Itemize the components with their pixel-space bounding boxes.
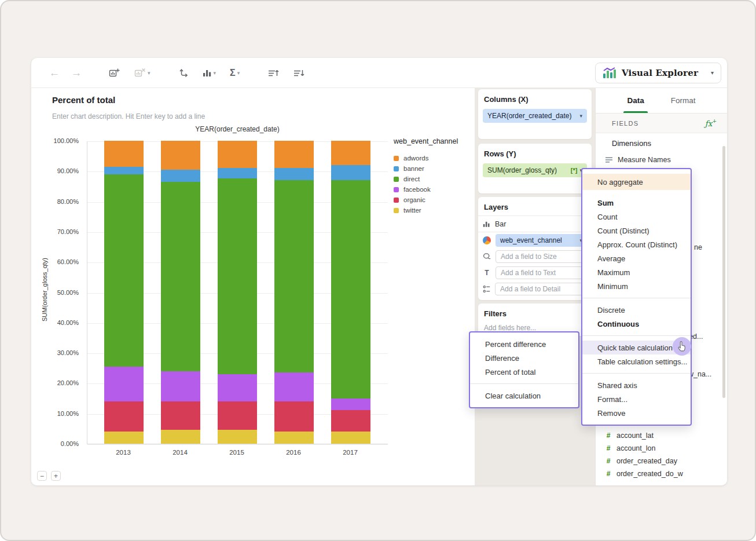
size-encoding-row: Add a field to Size — [478, 248, 592, 265]
menu-divider — [582, 373, 691, 374]
field-measure-names[interactable]: Measure Names — [605, 153, 671, 167]
chevron-down-icon: ▾ — [711, 70, 714, 76]
bar-segment-twitter[interactable] — [218, 430, 257, 444]
chart-type-button[interactable]: ▾ — [200, 66, 219, 79]
layer-type-row[interactable]: Bar — [478, 216, 592, 232]
bar-segment-facebook[interactable] — [331, 399, 370, 411]
bar-segment-facebook[interactable] — [104, 367, 144, 401]
menu-item-maximum[interactable]: Maximum — [582, 265, 691, 279]
bar-segment-banner[interactable] — [161, 170, 200, 182]
bar-segment-twitter[interactable] — [161, 430, 200, 444]
chart-description-placeholder[interactable]: Enter chart description. Hit Enter key t… — [52, 112, 205, 120]
bar-segment-organic[interactable] — [104, 401, 144, 432]
bar-segment-adwords[interactable] — [218, 141, 257, 168]
visual-explorer-menu-button[interactable]: Visual Explorer ▾ — [595, 63, 721, 83]
bar-segment-twitter[interactable] — [104, 432, 144, 444]
bar-segment-organic[interactable] — [161, 401, 200, 430]
bar-segment-adwords[interactable] — [161, 141, 200, 170]
bar-segment-organic[interactable] — [218, 401, 257, 430]
back-button[interactable]: ← — [47, 67, 61, 79]
remove-visualization-button[interactable]: ▾ — [132, 65, 153, 80]
y-axis-tick-label: 30.00% — [32, 349, 79, 356]
legend-item[interactable]: organic — [394, 195, 480, 205]
bar-segment-direct[interactable] — [274, 180, 314, 372]
fields-scrollbar[interactable] — [722, 146, 725, 398]
legend-label: organic — [403, 196, 425, 203]
legend-item[interactable]: adwords — [394, 153, 480, 163]
tab-data[interactable]: Data — [627, 88, 644, 113]
tab-format[interactable]: Format — [671, 88, 696, 113]
bar-segment-direct[interactable] — [161, 182, 200, 371]
menu-item-remove[interactable]: Remove — [582, 406, 691, 420]
forward-button[interactable]: → — [69, 67, 83, 79]
legend-item[interactable]: direct — [394, 174, 480, 184]
menu-item-percent-difference[interactable]: Percent difference — [470, 337, 578, 351]
menu-item-no-aggregate[interactable]: No aggregate — [582, 174, 691, 190]
bar-segment-organic[interactable] — [331, 410, 370, 432]
sort-descending-button[interactable] — [291, 66, 307, 80]
bar-segment-facebook[interactable] — [161, 371, 200, 401]
field-item-partially-hidden[interactable]: ne — [694, 243, 702, 251]
chevron-down-icon[interactable]: ▾ — [579, 113, 582, 119]
bar-segment-banner[interactable] — [274, 168, 314, 180]
bar-segment-organic[interactable] — [274, 401, 314, 432]
y-axis-tick-label: 80.00% — [32, 198, 79, 205]
menu-item-clear-calculation[interactable]: Clear calculation — [470, 389, 578, 403]
field-item-clipped[interactable]: # — [605, 482, 612, 485]
chart-title[interactable]: Percent of total — [52, 95, 115, 105]
menu-item-continuous[interactable]: Continuous — [582, 317, 691, 331]
menu-item-count[interactable]: Count — [582, 210, 691, 224]
field-item[interactable]: #account_lat — [605, 429, 721, 442]
bar-segment-direct[interactable] — [218, 178, 257, 374]
bar-segment-banner[interactable] — [331, 165, 370, 180]
legend-item[interactable]: banner — [394, 163, 480, 174]
aggregate-button[interactable]: Σ ▾ — [227, 66, 242, 80]
zoom-out-button[interactable]: − — [37, 471, 47, 481]
field-item[interactable]: #order_created_do_w — [605, 467, 721, 480]
duplicate-visualization-button[interactable] — [107, 65, 123, 80]
bar-segment-direct[interactable] — [104, 174, 144, 367]
color-pill[interactable]: web_event_channel ▾ — [496, 234, 587, 247]
field-item[interactable]: #order_created_day — [605, 455, 721, 467]
bar-segment-adwords[interactable] — [104, 141, 144, 166]
sigma-icon: Σ — [230, 68, 236, 78]
menu-item-discrete[interactable]: Discrete — [582, 303, 691, 317]
legend-swatch — [394, 177, 399, 182]
color-encoding-icon[interactable] — [483, 236, 491, 244]
menu-item-format[interactable]: Format... — [582, 392, 691, 406]
menu-item-difference[interactable]: Difference — [470, 351, 578, 365]
bar-segment-banner[interactable] — [218, 168, 257, 178]
text-field-dropzone[interactable]: Add a field to Text — [496, 266, 587, 279]
sort-ascending-button[interactable] — [265, 66, 281, 80]
mouse-cursor — [671, 336, 692, 357]
stacked-bar — [218, 141, 257, 444]
bar-segment-banner[interactable] — [104, 167, 144, 174]
bar-segment-direct[interactable] — [331, 180, 370, 399]
size-field-dropzone[interactable]: Add a field to Size — [496, 250, 587, 263]
menu-item-percent-of-total[interactable]: Percent of total — [470, 365, 578, 379]
menu-item-minimum[interactable]: Minimum — [582, 279, 691, 293]
menu-item-count-distinct[interactable]: Count (Distinct) — [582, 224, 691, 237]
bar-segment-adwords[interactable] — [331, 141, 370, 165]
menu-item-approx-count-distinct[interactable]: Approx. Count (Distinct) — [582, 237, 691, 251]
bar-segment-twitter[interactable] — [331, 432, 370, 444]
bar-segment-facebook[interactable] — [218, 374, 257, 401]
bar-segment-adwords[interactable] — [274, 141, 314, 168]
menu-item-sum[interactable]: Sum — [582, 196, 691, 210]
zoom-in-button[interactable]: + — [51, 471, 61, 481]
add-calculation-button[interactable]: ƒx+ — [705, 118, 717, 128]
field-item-partially-hidden[interactable]: w_na... — [688, 370, 711, 378]
legend-item[interactable]: facebook — [394, 184, 480, 195]
legend-item[interactable]: twitter — [394, 205, 480, 215]
rows-pill[interactable]: SUM(order_gloss_qty) [*] ▾ — [483, 163, 587, 177]
field-item[interactable]: #account_lon — [605, 442, 721, 455]
x-axis-tick-label: 2013 — [106, 449, 141, 456]
bar-segment-facebook[interactable] — [274, 372, 314, 401]
columns-pill[interactable]: YEAR(order_created_date) ▾ — [483, 109, 587, 123]
detail-field-dropzone[interactable]: Add a field to Detail — [495, 283, 587, 295]
menu-item-average[interactable]: Average — [582, 251, 691, 265]
swap-axes-button[interactable] — [176, 65, 191, 81]
visual-explorer-window: ← → ▾ ▾ Σ ▾ — [31, 58, 727, 485]
bar-segment-twitter[interactable] — [274, 432, 314, 444]
menu-item-shared-axis[interactable]: Shared axis — [582, 378, 691, 392]
